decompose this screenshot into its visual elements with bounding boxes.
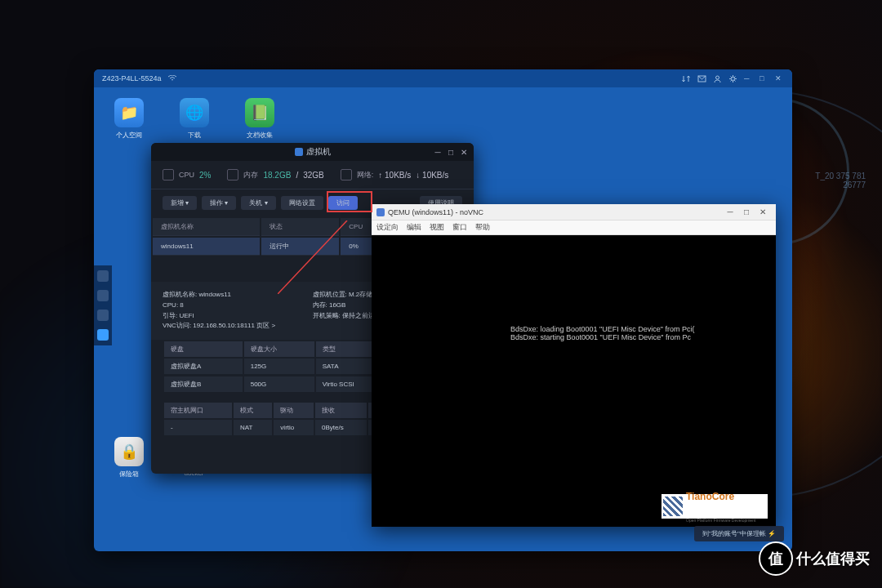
vnc-link[interactable]: 192.168.50.10:18111 页区 > bbox=[193, 322, 275, 329]
vm-stats-bar: CPU 2% 内存 18.2GB / 32GB 网络: ↑ 10KB/s ↓ 1… bbox=[151, 161, 474, 189]
vm-maximize-icon[interactable]: □ bbox=[446, 147, 456, 157]
menu-item[interactable]: 编辑 bbox=[407, 222, 421, 233]
sort-icon[interactable] bbox=[682, 74, 691, 83]
qemu-maximize-icon[interactable]: □ bbox=[738, 205, 755, 220]
stat-network: 网络: ↑ 10KB/s ↓ 10KB/s bbox=[341, 169, 449, 180]
dock-item-3[interactable] bbox=[97, 310, 109, 321]
mail-icon[interactable] bbox=[697, 74, 706, 83]
tianocore-icon bbox=[663, 497, 683, 516]
minimize-icon[interactable]: ─ bbox=[744, 74, 753, 83]
qemu-minimize-icon[interactable]: ─ bbox=[722, 205, 738, 220]
dock-item-active[interactable] bbox=[97, 329, 109, 341]
boot-console: BdsDxe: loading Boot0001 "UEFI Misc Devi… bbox=[372, 235, 776, 527]
desktop-icon-safe[interactable]: 🔒 保险箱 bbox=[106, 437, 151, 479]
document-icon: 📗 bbox=[245, 98, 274, 127]
desktop-icon-docs[interactable]: 📗 文档收集 bbox=[237, 98, 282, 140]
svg-point-2 bbox=[732, 77, 735, 80]
toast-notification[interactable]: 到"我的账号"中保理帐 ⚡ bbox=[694, 526, 784, 541]
svg-point-1 bbox=[716, 76, 719, 79]
desktop-icon-folder[interactable]: 📁 个人空间 bbox=[106, 98, 151, 140]
user-icon[interactable] bbox=[713, 74, 722, 83]
desktop-icon-download[interactable]: 🌐 下载 bbox=[172, 98, 216, 140]
vm-minimize-icon[interactable]: ─ bbox=[433, 147, 443, 157]
shutdown-button[interactable]: 关机 ▾ bbox=[241, 196, 275, 210]
gear-icon[interactable] bbox=[728, 74, 737, 83]
hostname-label: Z423-P4LL-5524a bbox=[102, 74, 162, 82]
network-icon bbox=[341, 169, 352, 180]
folder-icon: 📁 bbox=[114, 98, 144, 127]
desktop-environment: Z423-P4LL-5524a ─ □ ✕ 📁 个人空间 🌐 下载 📗 文档收集… bbox=[94, 69, 792, 551]
bg-hud-numbers: T_20 375 78126777 bbox=[815, 172, 866, 189]
wifi-icon[interactable] bbox=[168, 75, 176, 82]
left-dock bbox=[94, 265, 112, 345]
stat-memory: 内存 18.2GB / 32GB bbox=[227, 169, 323, 180]
watermark-badge: 值 什么值得买 bbox=[759, 541, 870, 576]
menu-item[interactable]: 窗口 bbox=[452, 222, 467, 233]
menu-item[interactable]: 帮助 bbox=[475, 222, 490, 233]
operate-button[interactable]: 操作 ▾ bbox=[202, 196, 236, 210]
dock-item-1[interactable] bbox=[97, 270, 109, 282]
new-button[interactable]: 新增 ▾ bbox=[163, 196, 197, 210]
qemu-title-text: QEMU (windows11) - noVNC bbox=[388, 208, 483, 216]
watermark-icon: 值 bbox=[759, 541, 793, 576]
tianocore-logo: TianoCore Open Platform Firmware Develop… bbox=[662, 494, 768, 519]
network-settings-button[interactable]: 网络设置 bbox=[281, 196, 323, 210]
vm-window-title: 虚拟机 bbox=[295, 146, 331, 158]
stat-cpu: CPU 2% bbox=[163, 169, 211, 180]
memory-icon bbox=[227, 169, 238, 180]
menu-item[interactable]: 设定向 bbox=[376, 222, 399, 233]
qemu-titlebar[interactable]: QEMU (windows11) - noVNC ─ □ ✕ bbox=[372, 204, 776, 220]
safe-icon: 🔒 bbox=[114, 437, 144, 466]
access-button[interactable]: 访问 bbox=[328, 196, 358, 210]
qemu-app-icon bbox=[376, 208, 385, 216]
qemu-menubar: 设定向 编辑 视图 窗口 帮助 bbox=[372, 220, 776, 235]
maximize-icon[interactable]: □ bbox=[760, 74, 768, 83]
close-icon[interactable]: ✕ bbox=[775, 74, 784, 83]
desktop-icon-row: 📁 个人空间 🌐 下载 📗 文档收集 bbox=[106, 98, 282, 140]
vm-app-icon bbox=[295, 148, 303, 156]
cpu-icon bbox=[163, 169, 174, 180]
vm-titlebar[interactable]: 虚拟机 ─ □ ✕ bbox=[151, 143, 474, 161]
menu-item[interactable]: 视图 bbox=[430, 222, 444, 233]
qemu-close-icon[interactable]: ✕ bbox=[755, 205, 771, 220]
desktop-topbar: Z423-P4LL-5524a ─ □ ✕ bbox=[94, 69, 792, 87]
globe-icon: 🌐 bbox=[180, 98, 209, 127]
dock-item-2[interactable] bbox=[97, 290, 109, 301]
vm-close-icon[interactable]: ✕ bbox=[459, 147, 469, 157]
qemu-vnc-window: QEMU (windows11) - noVNC ─ □ ✕ 设定向 编辑 视图… bbox=[372, 204, 776, 527]
